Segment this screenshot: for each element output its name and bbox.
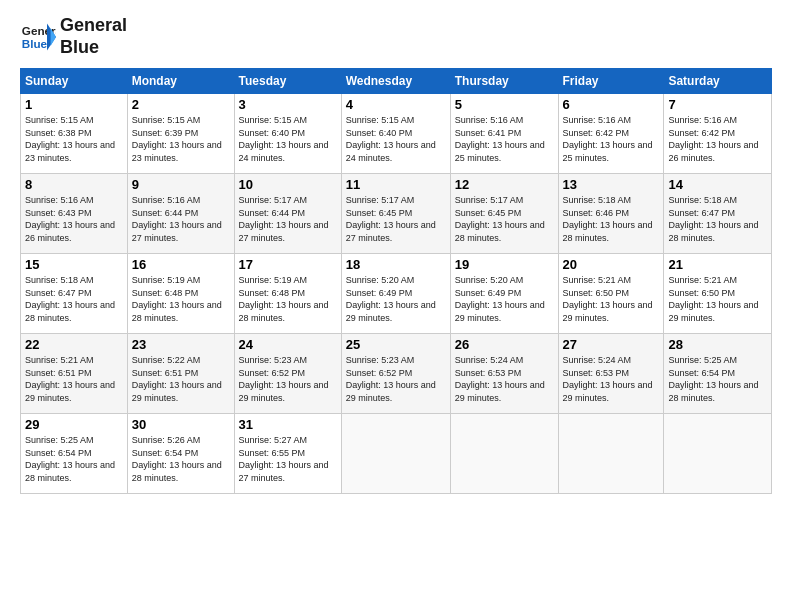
day-number: 27 xyxy=(563,337,660,352)
page-container: General Blue General Blue Sunday Monday … xyxy=(0,0,792,504)
calendar-cell: 31 Sunrise: 5:27 AM Sunset: 6:55 PM Dayl… xyxy=(234,414,341,494)
day-info: Sunrise: 5:16 AM Sunset: 6:44 PM Dayligh… xyxy=(132,194,230,244)
day-info: Sunrise: 5:26 AM Sunset: 6:54 PM Dayligh… xyxy=(132,434,230,484)
header: General Blue General Blue xyxy=(20,15,772,58)
calendar-cell xyxy=(664,414,772,494)
day-number: 25 xyxy=(346,337,446,352)
day-number: 30 xyxy=(132,417,230,432)
calendar-cell: 5 Sunrise: 5:16 AM Sunset: 6:41 PM Dayli… xyxy=(450,94,558,174)
calendar-cell: 7 Sunrise: 5:16 AM Sunset: 6:42 PM Dayli… xyxy=(664,94,772,174)
calendar-cell: 3 Sunrise: 5:15 AM Sunset: 6:40 PM Dayli… xyxy=(234,94,341,174)
day-number: 12 xyxy=(455,177,554,192)
day-info: Sunrise: 5:18 AM Sunset: 6:47 PM Dayligh… xyxy=(668,194,767,244)
day-number: 6 xyxy=(563,97,660,112)
day-info: Sunrise: 5:23 AM Sunset: 6:52 PM Dayligh… xyxy=(346,354,446,404)
day-number: 16 xyxy=(132,257,230,272)
day-info: Sunrise: 5:25 AM Sunset: 6:54 PM Dayligh… xyxy=(668,354,767,404)
day-info: Sunrise: 5:15 AM Sunset: 6:38 PM Dayligh… xyxy=(25,114,123,164)
day-info: Sunrise: 5:20 AM Sunset: 6:49 PM Dayligh… xyxy=(346,274,446,324)
day-info: Sunrise: 5:19 AM Sunset: 6:48 PM Dayligh… xyxy=(239,274,337,324)
col-sunday: Sunday xyxy=(21,69,128,94)
logo-icon: General Blue xyxy=(20,19,56,55)
day-info: Sunrise: 5:18 AM Sunset: 6:46 PM Dayligh… xyxy=(563,194,660,244)
calendar-cell: 15 Sunrise: 5:18 AM Sunset: 6:47 PM Dayl… xyxy=(21,254,128,334)
day-number: 2 xyxy=(132,97,230,112)
calendar-cell: 9 Sunrise: 5:16 AM Sunset: 6:44 PM Dayli… xyxy=(127,174,234,254)
day-info: Sunrise: 5:15 AM Sunset: 6:40 PM Dayligh… xyxy=(239,114,337,164)
calendar-week-row: 15 Sunrise: 5:18 AM Sunset: 6:47 PM Dayl… xyxy=(21,254,772,334)
day-info: Sunrise: 5:21 AM Sunset: 6:50 PM Dayligh… xyxy=(668,274,767,324)
day-number: 3 xyxy=(239,97,337,112)
calendar-cell xyxy=(558,414,664,494)
day-info: Sunrise: 5:15 AM Sunset: 6:39 PM Dayligh… xyxy=(132,114,230,164)
calendar-cell: 27 Sunrise: 5:24 AM Sunset: 6:53 PM Dayl… xyxy=(558,334,664,414)
day-number: 19 xyxy=(455,257,554,272)
day-info: Sunrise: 5:23 AM Sunset: 6:52 PM Dayligh… xyxy=(239,354,337,404)
calendar-cell: 14 Sunrise: 5:18 AM Sunset: 6:47 PM Dayl… xyxy=(664,174,772,254)
calendar-week-row: 29 Sunrise: 5:25 AM Sunset: 6:54 PM Dayl… xyxy=(21,414,772,494)
day-info: Sunrise: 5:20 AM Sunset: 6:49 PM Dayligh… xyxy=(455,274,554,324)
day-number: 1 xyxy=(25,97,123,112)
day-number: 7 xyxy=(668,97,767,112)
day-number: 29 xyxy=(25,417,123,432)
calendar-cell: 20 Sunrise: 5:21 AM Sunset: 6:50 PM Dayl… xyxy=(558,254,664,334)
calendar-cell xyxy=(341,414,450,494)
day-info: Sunrise: 5:25 AM Sunset: 6:54 PM Dayligh… xyxy=(25,434,123,484)
calendar-cell: 11 Sunrise: 5:17 AM Sunset: 6:45 PM Dayl… xyxy=(341,174,450,254)
calendar-cell: 6 Sunrise: 5:16 AM Sunset: 6:42 PM Dayli… xyxy=(558,94,664,174)
calendar-cell: 30 Sunrise: 5:26 AM Sunset: 6:54 PM Dayl… xyxy=(127,414,234,494)
col-tuesday: Tuesday xyxy=(234,69,341,94)
day-number: 21 xyxy=(668,257,767,272)
day-info: Sunrise: 5:27 AM Sunset: 6:55 PM Dayligh… xyxy=(239,434,337,484)
day-info: Sunrise: 5:19 AM Sunset: 6:48 PM Dayligh… xyxy=(132,274,230,324)
calendar-cell: 10 Sunrise: 5:17 AM Sunset: 6:44 PM Dayl… xyxy=(234,174,341,254)
day-info: Sunrise: 5:17 AM Sunset: 6:44 PM Dayligh… xyxy=(239,194,337,244)
day-info: Sunrise: 5:24 AM Sunset: 6:53 PM Dayligh… xyxy=(455,354,554,404)
calendar-cell: 23 Sunrise: 5:22 AM Sunset: 6:51 PM Dayl… xyxy=(127,334,234,414)
col-wednesday: Wednesday xyxy=(341,69,450,94)
day-number: 26 xyxy=(455,337,554,352)
day-info: Sunrise: 5:22 AM Sunset: 6:51 PM Dayligh… xyxy=(132,354,230,404)
calendar-cell: 1 Sunrise: 5:15 AM Sunset: 6:38 PM Dayli… xyxy=(21,94,128,174)
col-thursday: Thursday xyxy=(450,69,558,94)
day-number: 8 xyxy=(25,177,123,192)
calendar-cell: 26 Sunrise: 5:24 AM Sunset: 6:53 PM Dayl… xyxy=(450,334,558,414)
day-info: Sunrise: 5:16 AM Sunset: 6:42 PM Dayligh… xyxy=(563,114,660,164)
logo-text-blue: Blue xyxy=(60,37,127,59)
day-number: 18 xyxy=(346,257,446,272)
calendar-cell: 12 Sunrise: 5:17 AM Sunset: 6:45 PM Dayl… xyxy=(450,174,558,254)
col-monday: Monday xyxy=(127,69,234,94)
calendar-week-row: 22 Sunrise: 5:21 AM Sunset: 6:51 PM Dayl… xyxy=(21,334,772,414)
day-number: 28 xyxy=(668,337,767,352)
calendar-cell: 24 Sunrise: 5:23 AM Sunset: 6:52 PM Dayl… xyxy=(234,334,341,414)
calendar-cell: 17 Sunrise: 5:19 AM Sunset: 6:48 PM Dayl… xyxy=(234,254,341,334)
day-number: 22 xyxy=(25,337,123,352)
day-info: Sunrise: 5:21 AM Sunset: 6:50 PM Dayligh… xyxy=(563,274,660,324)
day-number: 10 xyxy=(239,177,337,192)
day-number: 14 xyxy=(668,177,767,192)
col-friday: Friday xyxy=(558,69,664,94)
day-number: 11 xyxy=(346,177,446,192)
day-number: 15 xyxy=(25,257,123,272)
svg-text:Blue: Blue xyxy=(22,36,48,49)
day-info: Sunrise: 5:18 AM Sunset: 6:47 PM Dayligh… xyxy=(25,274,123,324)
calendar-cell: 13 Sunrise: 5:18 AM Sunset: 6:46 PM Dayl… xyxy=(558,174,664,254)
calendar-cell: 28 Sunrise: 5:25 AM Sunset: 6:54 PM Dayl… xyxy=(664,334,772,414)
calendar-table: Sunday Monday Tuesday Wednesday Thursday… xyxy=(20,68,772,494)
calendar-header-row: Sunday Monday Tuesday Wednesday Thursday… xyxy=(21,69,772,94)
day-info: Sunrise: 5:17 AM Sunset: 6:45 PM Dayligh… xyxy=(346,194,446,244)
day-info: Sunrise: 5:16 AM Sunset: 6:43 PM Dayligh… xyxy=(25,194,123,244)
col-saturday: Saturday xyxy=(664,69,772,94)
calendar-cell: 2 Sunrise: 5:15 AM Sunset: 6:39 PM Dayli… xyxy=(127,94,234,174)
day-number: 31 xyxy=(239,417,337,432)
day-number: 17 xyxy=(239,257,337,272)
calendar-cell: 22 Sunrise: 5:21 AM Sunset: 6:51 PM Dayl… xyxy=(21,334,128,414)
day-number: 23 xyxy=(132,337,230,352)
day-number: 9 xyxy=(132,177,230,192)
calendar-body: 1 Sunrise: 5:15 AM Sunset: 6:38 PM Dayli… xyxy=(21,94,772,494)
day-info: Sunrise: 5:17 AM Sunset: 6:45 PM Dayligh… xyxy=(455,194,554,244)
calendar-cell: 18 Sunrise: 5:20 AM Sunset: 6:49 PM Dayl… xyxy=(341,254,450,334)
calendar-cell: 16 Sunrise: 5:19 AM Sunset: 6:48 PM Dayl… xyxy=(127,254,234,334)
calendar-cell: 29 Sunrise: 5:25 AM Sunset: 6:54 PM Dayl… xyxy=(21,414,128,494)
day-info: Sunrise: 5:21 AM Sunset: 6:51 PM Dayligh… xyxy=(25,354,123,404)
